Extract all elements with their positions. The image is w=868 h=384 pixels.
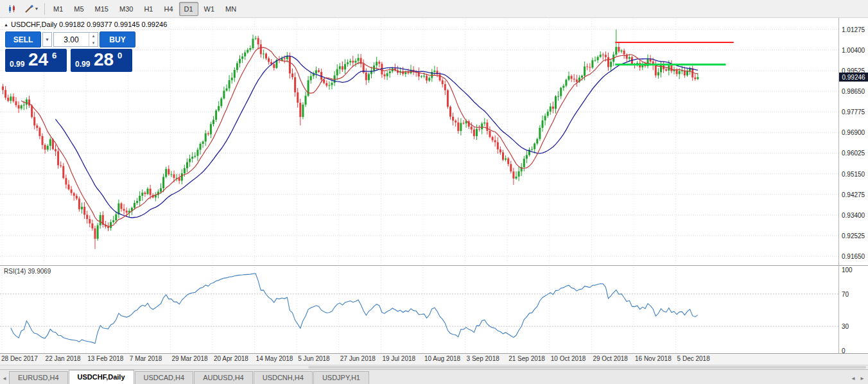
dropdown-arrow-icon: ▼ <box>45 37 49 42</box>
chart-tab[interactable]: USDCAD,H4 <box>135 371 194 384</box>
chart-tab[interactable]: AUDUSD,H4 <box>194 371 253 384</box>
time-axis-label: 22 Jan 2018 <box>46 355 81 362</box>
chart-tool-icon[interactable] <box>3 1 22 17</box>
chart-title-text: USDCHF,Daily 0.99182 0.99377 0.99145 0.9… <box>11 21 167 28</box>
ask-price-box[interactable]: 0.99 28 0 <box>71 49 132 72</box>
ask-price-point: 0 <box>117 51 122 60</box>
tf-button-h4[interactable]: H4 <box>159 2 178 16</box>
price-axis-label: 0.97775 <box>842 109 865 116</box>
bid-price-point: 6 <box>52 51 56 60</box>
current-price-value: 0.99246 <box>842 74 865 81</box>
toolbar: ▼ M1M5M15M30H1H4D1W1MN <box>0 0 868 18</box>
time-axis-label: 19 Jul 2018 <box>382 355 415 362</box>
collapse-triangle-icon[interactable]: ▲ <box>4 22 8 27</box>
price-axis-label: 0.94275 <box>842 191 865 198</box>
tf-button-d1[interactable]: D1 <box>179 2 198 16</box>
horizontal-scrollbar[interactable] <box>0 365 868 369</box>
tabs-scroll-left-icon[interactable]: ◄ <box>0 372 9 384</box>
price-axis-label: 0.96900 <box>842 129 865 136</box>
price-axis-label: 0.95150 <box>842 171 865 178</box>
price-axis-label: 0.91650 <box>842 253 865 260</box>
chart-tab[interactable]: USDCNH,H4 <box>254 371 313 384</box>
candlestick-icon <box>8 4 17 13</box>
chart-title: ▲ USDCHF,Daily 0.99182 0.99377 0.99145 0… <box>4 21 167 28</box>
bid-price-prefix: 0.99 <box>10 60 24 69</box>
time-axis-label: 14 May 2018 <box>256 355 293 362</box>
tf-button-m1[interactable]: M1 <box>48 2 68 16</box>
bid-ask-row: 0.99 24 6 0.99 28 0 <box>5 49 135 72</box>
time-axis-label: 10 Aug 2018 <box>424 355 460 362</box>
tf-button-m15[interactable]: M15 <box>90 2 114 16</box>
time-axis-label: 29 Oct 2018 <box>593 355 627 362</box>
spin-down-icon[interactable]: ▼ <box>89 40 98 47</box>
volume-preset-dropdown[interactable]: ▼ <box>42 32 52 47</box>
ask-price-pips: 28 <box>94 48 114 71</box>
timeframe-buttons: M1M5M15M30H1H4D1W1MN <box>48 2 241 16</box>
time-axis-label: 16 Nov 2018 <box>635 355 672 362</box>
current-price-tag: 0.99246 <box>839 73 868 82</box>
tf-button-m30[interactable]: M30 <box>114 2 138 16</box>
volume-field-wrap: ▲ ▼ <box>53 32 98 47</box>
time-axis-label: 10 Oct 2018 <box>551 355 586 362</box>
price-axis[interactable]: 1.012751.004000.995250.986500.977750.969… <box>839 18 868 354</box>
volume-input[interactable] <box>55 33 87 46</box>
tf-button-m5[interactable]: M5 <box>69 2 89 16</box>
time-axis-label: 7 Mar 2018 <box>130 355 162 362</box>
tf-button-w1[interactable]: W1 <box>199 2 220 16</box>
time-axis-label: 13 Feb 2018 <box>87 355 123 362</box>
time-axis-label: 27 Jun 2018 <box>340 355 376 362</box>
price-axis-label: 1.01275 <box>842 26 865 33</box>
chart-tabs-bar: ◄ EURUSD,H4USDCHF,DailyUSDCAD,H4AUDUSD,H… <box>0 369 868 384</box>
sell-button[interactable]: SELL <box>5 31 41 48</box>
chart-tab[interactable]: EURUSD,H4 <box>9 371 68 384</box>
brush-icon <box>24 4 33 13</box>
time-axis-label: 29 Mar 2018 <box>171 355 207 362</box>
toolbar-separator <box>44 3 45 15</box>
spin-up-icon[interactable]: ▲ <box>89 33 98 40</box>
price-axis-label: 0.96025 <box>842 150 865 157</box>
dropdown-arrow-icon: ▼ <box>35 6 39 11</box>
time-axis-label: 5 Dec 2018 <box>677 355 710 362</box>
time-axis-label: 28 Dec 2017 <box>1 355 38 362</box>
time-axis-label: 5 Jun 2018 <box>298 355 330 362</box>
scrollbar-thumb[interactable] <box>308 366 866 369</box>
chart-tab[interactable]: USDCHF,Daily <box>69 370 134 384</box>
tabs-nav-left-icon[interactable]: ◄ <box>849 372 858 384</box>
bid-price-pips: 24 <box>28 48 48 71</box>
rsi-axis-label: 30 <box>842 323 849 330</box>
volume-spinner: ▲ ▼ <box>89 33 98 46</box>
rsi-axis-label: 70 <box>842 291 849 298</box>
tabs-nav-right: ◄ ► <box>849 372 867 384</box>
ask-price-prefix: 0.99 <box>75 60 90 69</box>
price-axis-label: 0.93400 <box>842 212 865 219</box>
price-axis-label: 0.92525 <box>842 232 865 240</box>
trade-controls-row: SELL ▼ ▲ ▼ BUY <box>5 31 135 48</box>
one-click-trade-panel: SELL ▼ ▲ ▼ BUY 0.99 24 6 0.99 28 0 <box>5 31 135 72</box>
price-axis-label: 1.00400 <box>842 47 865 54</box>
chart-tabs: EURUSD,H4USDCHF,DailyUSDCAD,H4AUDUSD,H4U… <box>9 369 370 384</box>
tf-button-h1[interactable]: H1 <box>139 2 158 16</box>
buy-button[interactable]: BUY <box>100 31 135 48</box>
price-axis-label: 0.98650 <box>842 88 865 95</box>
time-axis[interactable]: 28 Dec 201722 Jan 201813 Feb 20187 Mar 2… <box>0 354 868 365</box>
rsi-axis-label: 100 <box>842 266 853 274</box>
time-axis-label: 21 Sep 2018 <box>508 355 545 362</box>
bid-price-box[interactable]: 0.99 24 6 <box>5 49 67 72</box>
tabs-nav-right-icon[interactable]: ► <box>858 372 867 384</box>
tf-button-mn[interactable]: MN <box>220 2 241 16</box>
time-axis-label: 3 Sep 2018 <box>467 355 499 362</box>
brush-tool-button[interactable]: ▼ <box>22 1 41 17</box>
time-axis-label: 20 Apr 2018 <box>214 355 248 362</box>
chart-tab[interactable]: USDJPY,H1 <box>313 371 369 384</box>
rsi-label: RSI(14) 39.9069 <box>4 268 51 275</box>
